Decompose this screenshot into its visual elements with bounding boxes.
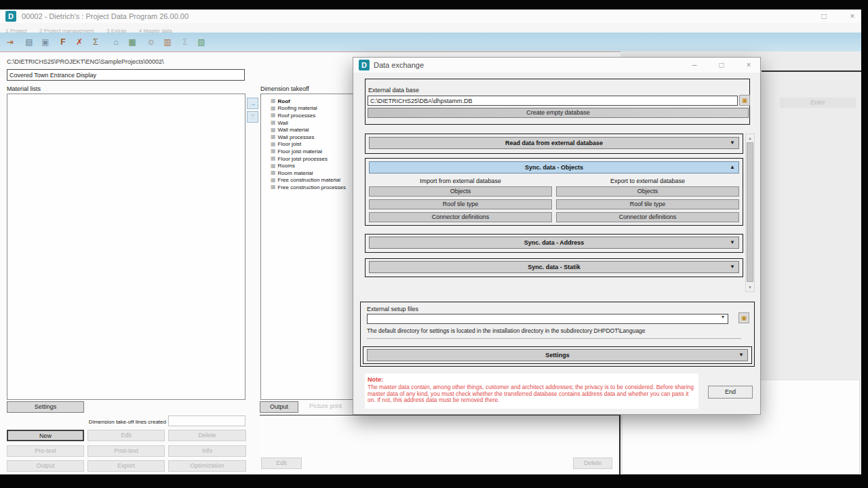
export-connector-definitions-button[interactable]: Connector definitions: [556, 212, 739, 222]
grid-icon: ▦: [271, 98, 276, 104]
export-roof-tile-type-button[interactable]: Roof tile type: [556, 199, 739, 209]
sum-text-icon[interactable]: Σ: [88, 35, 103, 49]
main-window: D 00002 - Dietrich's : Project Data Prog…: [0, 9, 861, 474]
main-titlebar: D 00002 - Dietrich's : Project Data Prog…: [0, 9, 861, 23]
import-connector-definitions-button[interactable]: Connector definitions: [369, 212, 552, 222]
table-user-icon[interactable]: ▥: [160, 35, 175, 49]
material-lists-box[interactable]: [7, 94, 245, 400]
read-data-label: Read data from external database: [370, 138, 738, 148]
output-tab-button[interactable]: Output: [260, 401, 298, 413]
chevron-down-icon: ▼: [730, 237, 735, 248]
dialog-settings-dropdown[interactable]: Settings ▼: [367, 349, 748, 361]
home-reload-icon[interactable]: ⌂: [108, 35, 123, 49]
new-button[interactable]: New: [7, 430, 84, 441]
sync-statik-dropdown[interactable]: Sync. data - Statik ▼: [369, 261, 739, 273]
right-panel-divider: [762, 70, 861, 72]
tree-item-label: Floor joist material: [278, 148, 322, 155]
info-button[interactable]: Info: [168, 445, 246, 457]
tree-item-label: Floor joist: [278, 141, 302, 147]
chevron-down-icon: ▼: [730, 262, 735, 272]
output-edit-button[interactable]: Edit: [261, 458, 302, 469]
grid-icon: ▦: [271, 163, 276, 169]
note-title: Note:: [368, 376, 383, 383]
tree-item-label: Free construction processes: [278, 184, 347, 190]
scroll-down-icon[interactable]: ▼: [746, 284, 754, 291]
app-logo-icon: D: [5, 11, 16, 22]
bottom-black-bar: [0, 474, 868, 488]
external-setup-combo[interactable]: [367, 314, 728, 324]
import-objects-button[interactable]: Objects: [369, 186, 552, 197]
dialog-scrollbar[interactable]: ▲ ▼: [745, 134, 755, 292]
right-black-bar: [861, 0, 868, 488]
grid-icon: ▦: [271, 112, 276, 119]
edit-button[interactable]: Edit: [87, 430, 165, 441]
screen: D 00002 - Dietrich's : Project Data Prog…: [0, 0, 868, 488]
restore-button[interactable]: □: [814, 9, 834, 23]
scrollbar-thumb[interactable]: [747, 142, 753, 282]
sync-objects-dropdown[interactable]: Sync. data - Objects ▲: [369, 161, 739, 174]
exit-icon[interactable]: ⇥: [3, 35, 18, 49]
project-title-field[interactable]: [7, 69, 245, 81]
grid-icon: ▦: [271, 134, 276, 140]
export-objects-button[interactable]: Objects: [556, 186, 739, 197]
end-button[interactable]: End: [708, 386, 753, 399]
sync-address-dropdown[interactable]: Sync. data - Address ▼: [369, 237, 739, 249]
dialog-settings-label: Settings: [368, 350, 747, 361]
move-right-arrow-button[interactable]: →: [247, 98, 258, 109]
print-icon[interactable]: ▤: [22, 35, 37, 49]
grid-icon: ▦: [271, 155, 276, 162]
import-roof-tile-type-button[interactable]: Roof tile type: [369, 199, 552, 209]
sync-address-label: Sync. data - Address: [370, 237, 738, 248]
dialog-titlebar[interactable]: D Data exchange – □ ×: [353, 58, 760, 73]
external-setup-label: External setup files: [367, 306, 418, 312]
pre-text-button[interactable]: Pre-text: [7, 445, 84, 457]
output-button[interactable]: Output: [7, 460, 84, 472]
sum-list-icon[interactable]: Σ: [178, 35, 193, 49]
tree-item-label: Roof: [278, 98, 290, 104]
browse-database-icon[interactable]: ▣: [739, 95, 750, 106]
takeoff-tool-button[interactable]: ⊤: [247, 111, 258, 123]
dialog-minimize-button[interactable]: –: [684, 58, 705, 73]
enter-button[interactable]: Enter: [780, 98, 856, 108]
user-list-icon[interactable]: ☺: [144, 35, 159, 49]
chevron-down-icon: ▼: [738, 350, 744, 361]
delete-text-icon[interactable]: ✗: [72, 35, 87, 49]
export-button[interactable]: Export: [87, 460, 165, 472]
scroll-up-icon[interactable]: ▲: [746, 135, 754, 142]
close-button[interactable]: ×: [842, 9, 863, 23]
tree-item-label: Roof processes: [278, 113, 316, 119]
sync-statik-label: Sync. data - Statik: [370, 262, 738, 272]
dialog-maximize-button[interactable]: □: [711, 58, 732, 73]
external-database-label: External data base: [368, 87, 419, 94]
read-data-dropdown[interactable]: Read data from external database ▼: [369, 137, 739, 149]
lines-created-field: [168, 415, 245, 426]
create-empty-database-button[interactable]: Create empty database: [368, 108, 749, 118]
font-edit-icon[interactable]: F: [56, 35, 71, 49]
tree-item-label: Roofing material: [278, 105, 317, 111]
delete-button[interactable]: Delete: [168, 430, 246, 441]
grid-icon: ▦: [271, 184, 276, 190]
post-text-button[interactable]: Post-text: [87, 445, 165, 457]
optimization-button[interactable]: Optimization: [168, 460, 246, 472]
external-database-path-field[interactable]: [368, 96, 738, 106]
table-export-icon[interactable]: ▧: [194, 35, 209, 49]
chevron-down-icon[interactable]: ▾: [722, 314, 724, 320]
grid-icon: ▦: [271, 177, 276, 184]
output-delete-button[interactable]: Delete: [573, 458, 612, 469]
tree-item-label: Rooms: [278, 163, 295, 169]
tree-item-label: Free construction material: [278, 177, 340, 183]
table-settings-icon[interactable]: ▦: [125, 35, 140, 49]
dialog-close-button[interactable]: ×: [738, 58, 759, 73]
note-box: Note: The master data contain, among oth…: [365, 373, 698, 409]
grid-icon: ▦: [271, 119, 276, 126]
settings-button[interactable]: Settings: [7, 401, 84, 413]
export-header: Export to external database: [556, 178, 739, 184]
tree-item-label: Wall: [278, 120, 288, 126]
sync-objects-label: Sync. data - Objects: [370, 162, 738, 173]
window-title: 00002 - Dietrich's : Project Data Progra…: [22, 9, 189, 23]
tree-item-label: Floor joist processes: [278, 156, 328, 162]
picture-print-button[interactable]: Picture print: [304, 401, 347, 413]
dialog-logo-icon: D: [359, 60, 370, 70]
browse-setup-icon[interactable]: ▣: [738, 312, 749, 323]
copy-icon[interactable]: ▣: [38, 35, 53, 49]
